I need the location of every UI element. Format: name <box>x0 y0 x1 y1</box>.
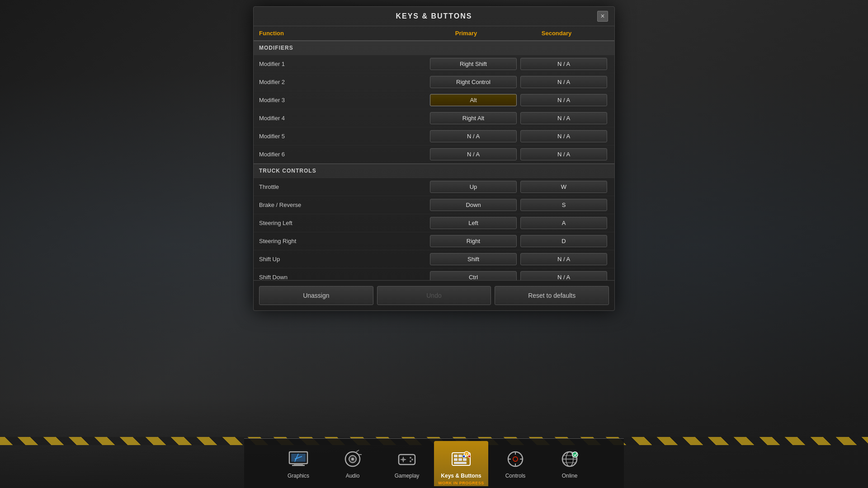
svg-rect-22 <box>454 458 458 461</box>
secondary-key-button[interactable]: N / A <box>520 130 607 142</box>
function-name: Modifier 2 <box>259 79 428 85</box>
primary-key-button[interactable]: Ctrl <box>430 271 517 280</box>
primary-key-button[interactable]: N / A <box>430 148 517 160</box>
nav-label-graphics: Graphics <box>288 473 309 479</box>
dialog-footer: Unassign Undo Reset to defaults <box>254 280 614 310</box>
secondary-key-button[interactable]: N / A <box>520 253 607 265</box>
table-row[interactable]: Shift DownCtrlN / A <box>254 268 614 280</box>
table-row[interactable]: Modifier 3AltN / A <box>254 91 614 109</box>
secondary-key-button[interactable]: S <box>520 199 607 211</box>
function-name: Modifier 4 <box>259 115 428 122</box>
function-name: Throttle <box>259 183 428 190</box>
graphics-icon <box>288 448 309 470</box>
secondary-key-button[interactable]: D <box>520 235 607 247</box>
function-name: Brake / Reverse <box>259 202 428 208</box>
table-row[interactable]: ThrottleUpW <box>254 178 614 196</box>
svg-point-8 <box>351 458 354 460</box>
col-primary-header: Primary <box>421 30 511 37</box>
unassign-button[interactable]: Unassign <box>259 286 373 305</box>
nav-item-gameplay[interactable]: Gameplay <box>380 441 434 486</box>
table-row[interactable]: Modifier 5N / AN / A <box>254 127 614 145</box>
primary-key-button[interactable]: Down <box>430 199 517 211</box>
table-header: Function Primary Secondary <box>254 26 614 41</box>
primary-key-button[interactable]: Left <box>430 217 517 229</box>
primary-key-button[interactable]: Right <box>430 235 517 247</box>
table-row[interactable]: Modifier 2Right ControlN / A <box>254 73 614 91</box>
svg-point-31 <box>513 457 518 461</box>
nav-item-audio[interactable]: Audio <box>326 441 380 486</box>
undo-button[interactable]: Undo <box>377 286 491 305</box>
primary-key-button[interactable]: Right Alt <box>430 112 517 124</box>
audio-icon <box>342 448 363 470</box>
svg-rect-19 <box>454 455 458 457</box>
primary-key-button[interactable]: Alt <box>430 94 517 106</box>
secondary-key-button[interactable]: N / A <box>520 58 607 70</box>
keys-buttons-dialog: KEYS & BUTTONS × Function Primary Second… <box>253 6 615 311</box>
nav-label-controls: Controls <box>505 473 526 479</box>
online-icon <box>559 448 580 470</box>
nav-label-online: Online <box>562 473 578 479</box>
function-name: Modifier 5 <box>259 133 428 140</box>
svg-text:Y: Y <box>465 452 468 456</box>
svg-rect-20 <box>458 455 462 457</box>
col-function-header: Function <box>259 30 421 37</box>
primary-key-button[interactable]: Up <box>430 181 517 193</box>
table-row[interactable]: Modifier 6N / AN / A <box>254 145 614 164</box>
secondary-key-button[interactable]: N / A <box>520 94 607 106</box>
secondary-key-button[interactable]: N / A <box>520 271 607 280</box>
primary-key-button[interactable]: Right Control <box>430 76 517 88</box>
nav-label-audio: Audio <box>346 473 360 479</box>
function-name: Modifier 1 <box>259 61 428 67</box>
close-button[interactable]: × <box>597 11 608 22</box>
table-row[interactable]: Steering RightRightD <box>254 232 614 250</box>
svg-point-41 <box>572 452 578 457</box>
function-name: Shift Down <box>259 274 428 280</box>
table-row[interactable]: Shift UpShiftN / A <box>254 250 614 268</box>
svg-point-29 <box>462 455 465 458</box>
function-name: Steering Left <box>259 220 428 226</box>
function-name: Shift Up <box>259 256 428 263</box>
table-row[interactable]: Modifier 4Right AltN / A <box>254 109 614 127</box>
keys-icon: Y <box>450 448 472 470</box>
dialog-header: KEYS & BUTTONS × <box>254 7 614 26</box>
primary-key-button[interactable]: Right Shift <box>430 58 517 70</box>
svg-line-9 <box>356 450 359 452</box>
controls-icon <box>505 448 526 470</box>
secondary-key-button[interactable]: N / A <box>520 112 607 124</box>
function-name: Modifier 3 <box>259 97 428 103</box>
function-name: Steering Right <box>259 238 428 244</box>
svg-rect-25 <box>454 462 467 464</box>
svg-rect-23 <box>458 458 462 461</box>
nav-item-graphics[interactable]: Graphics <box>271 441 326 486</box>
col-secondary-header: Secondary <box>511 30 602 37</box>
secondary-key-button[interactable]: N / A <box>520 148 607 160</box>
table-row[interactable]: Brake / ReverseDownS <box>254 196 614 214</box>
nav-item-keys[interactable]: Y Keys & ButtonsWORK IN PROGRESS <box>434 441 488 486</box>
svg-point-13 <box>410 457 411 459</box>
svg-point-14 <box>411 459 413 460</box>
secondary-key-button[interactable]: W <box>520 181 607 193</box>
svg-point-28 <box>468 455 471 458</box>
secondary-key-button[interactable]: N / A <box>520 76 607 88</box>
table-content[interactable]: MODIFIERSModifier 1Right ShiftN / AModif… <box>254 41 614 280</box>
gameplay-icon <box>396 448 418 470</box>
primary-key-button[interactable]: Shift <box>430 253 517 265</box>
section-truck-controls: TRUCK CONTROLS <box>254 164 614 178</box>
svg-point-15 <box>410 460 411 462</box>
table-row[interactable]: Modifier 1Right ShiftN / A <box>254 55 614 73</box>
nav-item-online[interactable]: Online <box>542 441 597 486</box>
nav-label-keys: Keys & Buttons <box>441 473 481 479</box>
table-row[interactable]: Steering LeftLeftA <box>254 214 614 232</box>
dialog-title: KEYS & BUTTONS <box>396 12 472 20</box>
secondary-key-button[interactable]: A <box>520 217 607 229</box>
primary-key-button[interactable]: N / A <box>430 130 517 142</box>
section-modifiers: MODIFIERS <box>254 41 614 55</box>
svg-rect-24 <box>463 458 467 461</box>
nav-label-gameplay: Gameplay <box>395 473 420 479</box>
work-in-progress-label: WORK IN PROGRESS <box>438 481 484 485</box>
nav-bar: Graphics Audio Gameplay Y <box>244 438 624 488</box>
reset-button[interactable]: Reset to defaults <box>495 286 609 305</box>
function-name: Modifier 6 <box>259 151 428 158</box>
nav-item-controls[interactable]: Controls <box>488 441 542 486</box>
